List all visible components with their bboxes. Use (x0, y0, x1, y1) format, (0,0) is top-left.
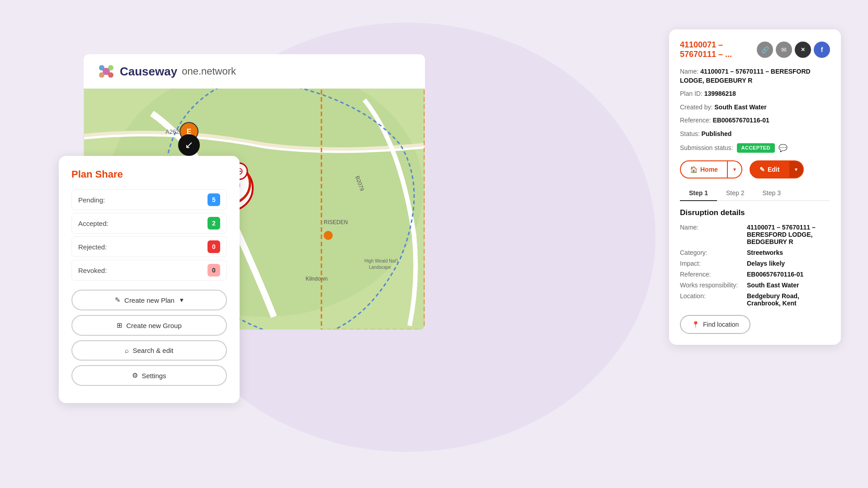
svg-text:Kilndown: Kilndown (306, 276, 328, 282)
plan-id-value: 139986218 (704, 90, 736, 97)
disruption-ref-val: EB00657670116-01 (747, 271, 830, 278)
find-location-label: Find location (703, 321, 739, 328)
edit-button[interactable]: ✎ Edit (750, 160, 789, 178)
category-key: Category: (680, 249, 743, 256)
location-val: Bedgebury Road, Cranbrook, Kent (747, 292, 830, 307)
accepted-badge: 2 (208, 217, 220, 230)
disruption-details: Name: 41100071 – 57670111 – BERESFORD LO… (680, 224, 830, 307)
location-row: Location: Bedgebury Road, Cranbrook, Ken… (680, 292, 830, 307)
create-group-label: Create new Group (126, 322, 182, 329)
home-dropdown-button[interactable]: ▾ (728, 160, 742, 178)
edit-icon: ✎ (760, 166, 765, 173)
revoked-row: Revoked: 0 (71, 260, 227, 281)
disruption-name-key: Name: (680, 224, 743, 245)
works-resp-val: South East Water (747, 282, 830, 289)
home-label: Home (700, 166, 718, 173)
right-panel: 41100071 – 57670111 – ... 🔗 ✉ ✕ f Name: … (669, 29, 841, 345)
step-2-tab[interactable]: Step 2 (717, 186, 753, 201)
settings-button[interactable]: ⚙ Settings (71, 365, 227, 386)
submission-row: Submission status: ACCEPTED 💬 (680, 143, 830, 153)
disruption-name-row: Name: 41100071 – 57670111 – BERESFORD LO… (680, 224, 830, 245)
svg-text:Landscape: Landscape (369, 265, 391, 270)
created-by-value: South East Water (714, 103, 766, 111)
causeway-product: one.network (182, 66, 236, 77)
works-resp-row: Works responsibility: South East Water (680, 282, 830, 289)
svg-point-24 (99, 72, 104, 78)
reference-key: Reference: (680, 117, 711, 124)
steps-tabs: Step 1 Step 2 Step 3 (680, 186, 830, 201)
x-icon: ✕ (801, 47, 805, 53)
plan-share-panel: Plan Share Pending: 5 Accepted: 2 Reject… (59, 156, 240, 403)
home-button[interactable]: 🏠 Home (680, 160, 728, 178)
create-group-button[interactable]: ⊞ Create new Group (71, 315, 227, 336)
panel-header: 41100071 – 57670111 – ... 🔗 ✉ ✕ f (680, 40, 830, 59)
impact-val: Delays likely (747, 260, 830, 267)
submission-key: Submission status: (680, 144, 733, 153)
revoked-badge: 0 (208, 264, 220, 277)
pin-icon: 📍 (692, 321, 699, 328)
causeway-logo: Causeway one.network (97, 62, 236, 80)
settings-label: Settings (142, 372, 166, 380)
disruption-ref-key: Reference: (680, 271, 743, 278)
svg-text:↙: ↙ (185, 139, 193, 150)
facebook-icon: f (821, 46, 823, 53)
plan-id-row: Plan ID: 139986218 (680, 89, 830, 99)
share-stats: Pending: 5 Accepted: 2 Rejected: 0 Revok… (71, 189, 227, 281)
home-icon: 🏠 (690, 166, 698, 173)
impact-row: Impact: Delays likely (680, 260, 830, 267)
search-edit-icon: ⌕ (125, 347, 129, 354)
facebook-icon-button[interactable]: f (814, 42, 830, 58)
plan-share-title: Plan Share (71, 169, 227, 180)
status-value: Published (701, 130, 731, 137)
create-plan-arrow: ▾ (180, 296, 184, 304)
search-edit-label: Search & edit (132, 347, 173, 354)
step-1-tab[interactable]: Step 1 (680, 186, 717, 201)
find-location-button[interactable]: 📍 Find location (680, 315, 750, 334)
plan-id-key: Plan ID: (680, 90, 703, 97)
action-buttons: 🏠 Home ▾ ✎ Edit ▾ (680, 160, 830, 178)
accepted-row: Accepted: 2 (71, 213, 227, 234)
svg-point-9 (324, 231, 333, 240)
category-row: Category: Streetworks (680, 249, 830, 256)
edit-label: Edit (768, 166, 779, 173)
create-plan-button[interactable]: ✎ Create new Plan ▾ (71, 290, 227, 310)
disruption-ref-row: Reference: EB00657670116-01 (680, 271, 830, 278)
status-key: Status: (680, 130, 700, 137)
revoked-label: Revoked: (78, 267, 107, 274)
causeway-logo-icon (97, 62, 115, 80)
mail-icon-button[interactable]: ✉ (776, 42, 792, 58)
svg-point-25 (108, 72, 113, 78)
create-group-icon: ⊞ (117, 321, 123, 329)
causeway-header: Causeway one.network (84, 54, 425, 89)
causeway-brand: Causeway (120, 65, 177, 79)
status-row: Status: Published (680, 130, 830, 139)
pending-row: Pending: 5 (71, 189, 227, 210)
pending-label: Pending: (78, 196, 105, 204)
home-button-group: 🏠 Home ▾ (680, 160, 742, 178)
impact-key: Impact: (680, 260, 743, 267)
create-plan-icon: ✎ (115, 296, 121, 304)
pending-badge: 5 (208, 193, 220, 206)
search-edit-button[interactable]: ⌕ Search & edit (71, 340, 227, 361)
edit-dropdown-button[interactable]: ▾ (789, 160, 804, 178)
accepted-label: Accepted: (78, 220, 108, 227)
create-plan-label: Create new Plan (124, 296, 175, 304)
works-resp-key: Works responsibility: (680, 282, 743, 289)
location-key: Location: (680, 292, 743, 307)
step-3-tab[interactable]: Step 3 (754, 186, 790, 201)
rejected-row: Rejected: 0 (71, 236, 227, 257)
mail-icon: ✉ (781, 46, 787, 53)
svg-point-23 (108, 65, 113, 70)
link-icon-button[interactable]: 🔗 (757, 42, 773, 58)
created-by-row: Created by: South East Water (680, 103, 830, 112)
panel-action-icons: 🔗 ✉ ✕ f (757, 42, 830, 58)
disruption-name-val: 41100071 – 57670111 – BERESFORD LODGE, B… (747, 224, 830, 245)
edit-button-group: ✎ Edit ▾ (746, 160, 804, 178)
disruption-title: Disruption details (680, 208, 830, 217)
link-icon: 🔗 (761, 46, 769, 53)
reference-row: Reference: EB00657670116-01 (680, 116, 830, 125)
name-value: 41100071 – 57670111 – BERESFORD LODGE, B… (680, 68, 811, 84)
x-icon-button[interactable]: ✕ (795, 42, 811, 58)
panel-title: 41100071 – 57670111 – ... (680, 40, 757, 59)
name-key: Name: (680, 68, 698, 75)
